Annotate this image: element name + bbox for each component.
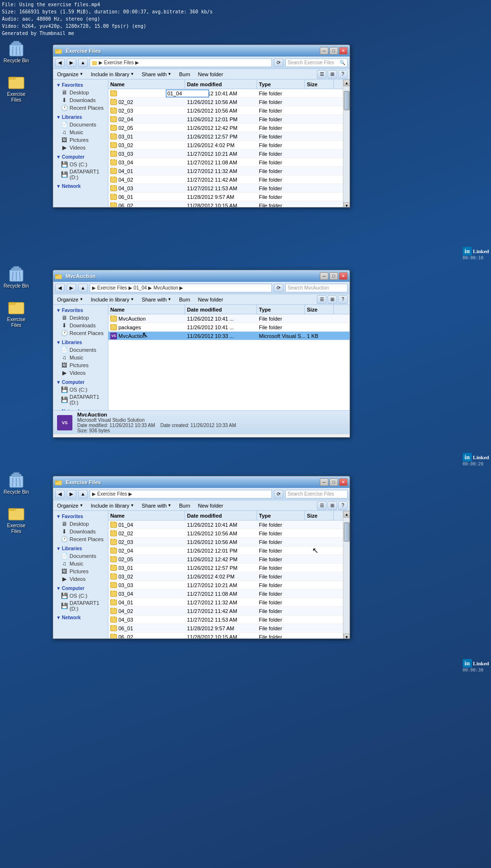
scroll-down-3[interactable]: ▼	[343, 634, 350, 639]
recycle-bin-icon-3[interactable]: Recycle Bin	[2, 471, 31, 495]
menu-burn-1[interactable]: Burn	[177, 69, 192, 79]
sidebar-documents-2[interactable]: 📄 Documents	[53, 346, 108, 354]
sidebar-network-header-1[interactable]: ▼ Network	[53, 183, 108, 190]
menu-include-1[interactable]: Include in library ▼	[89, 69, 136, 79]
file-row-3-0401[interactable]: 04_0111/27/2012 11:32 AMFile folder	[108, 598, 343, 607]
maximize-btn-1[interactable]: □	[329, 47, 338, 55]
preview-btn-2[interactable]: ⊞	[327, 295, 337, 304]
sidebar-favorites-header-1[interactable]: ▼ Favorites	[53, 81, 108, 89]
col-date-3[interactable]: Date modified	[185, 511, 257, 520]
col-size-3[interactable]: Size	[305, 511, 334, 520]
col-type-2[interactable]: Type	[257, 305, 305, 314]
file-row-0303[interactable]: 03_03 11/27/2012 10:21 AM File folder	[108, 150, 343, 158]
menu-organize-2[interactable]: Organize ▼	[55, 295, 85, 304]
sidebar-downloads-1[interactable]: ⬇ Downloads	[53, 96, 108, 104]
sidebar-libraries-header-3[interactable]: ▼ Libraries	[53, 545, 108, 552]
menu-organize-1[interactable]: Organize ▼	[55, 69, 85, 79]
up-btn-2[interactable]: ▲	[78, 284, 88, 292]
minimize-btn-3[interactable]: ─	[320, 478, 328, 486]
view-btn-1[interactable]: ☰	[317, 70, 327, 79]
menu-burn-3[interactable]: Burn	[177, 501, 192, 510]
close-btn-1[interactable]: ✕	[339, 47, 348, 55]
file-row-0203[interactable]: 02_03 11/26/2012 10:56 AM File folder	[108, 106, 343, 115]
close-btn-3[interactable]: ✕	[339, 478, 348, 486]
file-row-0602[interactable]: 06_02 11/28/2012 10:15 AM File folder	[108, 201, 343, 208]
sidebar-documents-3[interactable]: 📄 Documents	[53, 552, 108, 560]
menu-newfolder-3[interactable]: New folder	[196, 501, 225, 510]
maximize-btn-3[interactable]: □	[329, 478, 338, 486]
menu-share-1[interactable]: Share with ▼	[140, 69, 174, 79]
scroll-track-1[interactable]	[343, 86, 350, 202]
menu-burn-2[interactable]: Burn	[177, 295, 192, 304]
file-row-0401[interactable]: 04_01 11/27/2012 11:32 AM File folder	[108, 167, 343, 175]
file-row-3-0602[interactable]: 06_0211/28/2012 10:15 AMFile folder	[108, 633, 343, 639]
col-date-1[interactable]: Date modified	[185, 80, 257, 89]
sidebar-downloads-3[interactable]: ⬇ Downloads	[53, 528, 108, 535]
file-row-0304[interactable]: 03_04 11/27/2012 11:08 AM File folder	[108, 158, 343, 167]
scrollbar-1[interactable]: ▲ ▼	[343, 80, 350, 208]
col-size-1[interactable]: Size	[305, 80, 334, 89]
sidebar-datad-3[interactable]: 💾 DATAPART1 (D:)	[53, 600, 108, 612]
sidebar-documents-1[interactable]: 📄 Documents	[53, 121, 108, 128]
col-name-3[interactable]: Name	[108, 511, 185, 520]
col-name-2[interactable]: Name	[108, 305, 185, 314]
sidebar-favorites-header-3[interactable]: ▼ Favorites	[53, 513, 108, 520]
view-btn-3[interactable]: ☰	[317, 501, 327, 510]
sidebar-osc-3[interactable]: 💾 OS (C:)	[53, 592, 108, 600]
menu-share-3[interactable]: Share with ▼	[140, 501, 174, 510]
sidebar-desktop-3[interactable]: 🖥 Desktop	[53, 520, 108, 528]
back-btn-2[interactable]: ◀	[55, 284, 65, 292]
sidebar-computer-header-3[interactable]: ▼ Computer	[53, 585, 108, 592]
sidebar-music-3[interactable]: ♫ Music	[53, 560, 108, 567]
file-row-0601[interactable]: 06_01 11/28/2012 9:57 AM File folder	[108, 193, 343, 201]
sidebar-network-header-3[interactable]: ▼ Network	[53, 614, 108, 621]
sidebar-computer-header-1[interactable]: ▼ Computer	[53, 153, 108, 161]
sidebar-network-header-2[interactable]: ▼ Network	[53, 408, 108, 410]
sidebar-recent-3[interactable]: 🕐 Recent Places	[53, 535, 108, 543]
help-btn-3[interactable]: ?	[338, 501, 348, 510]
maximize-btn-2[interactable]: □	[329, 272, 338, 280]
sidebar-desktop-2[interactable]: 🖥 Desktop	[53, 314, 108, 322]
refresh-btn-1[interactable]: ⟳	[274, 58, 283, 67]
file-row-0403[interactable]: 04_03 11/27/2012 11:53 AM File folder	[108, 184, 343, 193]
search-box-3[interactable]: Search Exercise Files	[285, 490, 348, 498]
close-btn-2[interactable]: ✕	[339, 272, 348, 280]
scroll-up-1[interactable]: ▲	[343, 80, 350, 86]
menu-organize-3[interactable]: Organize ▼	[55, 501, 85, 510]
file-row-3-0202[interactable]: 02_0211/26/2012 10:56 AMFile folder	[108, 529, 343, 538]
sidebar-music-1[interactable]: ♫ Music	[53, 128, 108, 136]
file-row-3-0301[interactable]: 03_0111/26/2012 12:57 PMFile folder	[108, 564, 343, 572]
sidebar-favorites-header-2[interactable]: ▼ Favorites	[53, 307, 108, 314]
address-bar-1[interactable]: ▶ Exercise Files ▶	[90, 58, 272, 67]
sidebar-pictures-1[interactable]: 🖼 Pictures	[53, 136, 108, 144]
file-row-3-0303[interactable]: 03_0311/27/2012 10:21 AMFile folder	[108, 581, 343, 590]
refresh-btn-2[interactable]: ⟳	[274, 284, 283, 292]
address-bar-3[interactable]: ▶ Exercise Files ▶	[90, 490, 272, 498]
sidebar-desktop-1[interactable]: 🖥 Desktop	[53, 89, 108, 96]
forward-btn-3[interactable]: ▶	[67, 490, 76, 498]
file-row-3-0204[interactable]: 02_0411/26/2012 12:01 PMFile folder	[108, 546, 343, 555]
search-box-2[interactable]: Search MvcAuction	[285, 284, 348, 292]
up-btn-1[interactable]: ▲	[78, 58, 88, 67]
sidebar-videos-1[interactable]: ▶ Videos	[53, 144, 108, 151]
file-row-3-0104[interactable]: 01_0411/26/2012 10:41 AMFile folder	[108, 521, 343, 529]
col-type-1[interactable]: Type	[257, 80, 305, 89]
menu-share-2[interactable]: Share with ▼	[140, 295, 174, 304]
view-btn-2[interactable]: ☰	[317, 295, 327, 304]
sidebar-libraries-header-2[interactable]: ▼ Libraries	[53, 339, 108, 346]
back-btn-3[interactable]: ◀	[55, 490, 65, 498]
help-btn-2[interactable]: ?	[338, 295, 348, 304]
sidebar-libraries-header-1[interactable]: ▼ Libraries	[53, 114, 108, 121]
file-row-0202[interactable]: 02_02 11/26/2012 10:56 AM File folder	[108, 98, 343, 106]
menu-newfolder-2[interactable]: New folder	[196, 295, 225, 304]
file-row-3-0403[interactable]: 04_0311/27/2012 11:53 AMFile folder	[108, 615, 343, 624]
col-size-2[interactable]: Size	[305, 305, 334, 314]
file-row-0302[interactable]: 03_02 11/26/2012 4:02 PM File folder	[108, 141, 343, 150]
scroll-up-3[interactable]: ▲	[343, 511, 350, 518]
file-row-3-0402[interactable]: 04_0211/27/2012 11:42 AMFile folder	[108, 607, 343, 615]
sidebar-pictures-2[interactable]: 🖼 Pictures	[53, 361, 108, 369]
sidebar-music-2[interactable]: ♫ Music	[53, 354, 108, 361]
minimize-btn-1[interactable]: ─	[320, 47, 328, 55]
file-row-3-0205[interactable]: 02_0511/26/2012 12:42 PMFile folder	[108, 555, 343, 564]
sidebar-datad-1[interactable]: 💾 DATAPART1 (D:)	[53, 168, 108, 181]
